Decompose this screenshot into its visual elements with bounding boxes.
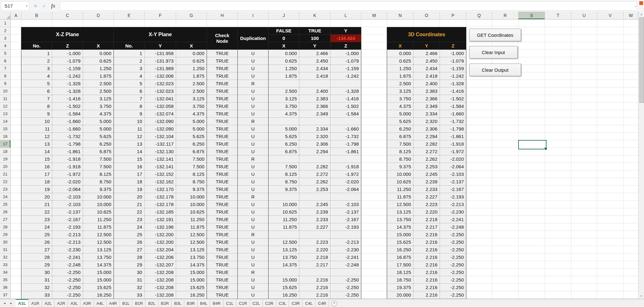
cell-H25[interactable]: TRUE [207, 201, 238, 208]
cell-W25[interactable] [624, 201, 638, 208]
cell-U9[interactable] [571, 80, 597, 87]
cell-E18[interactable]: 14 [114, 148, 145, 155]
cell-J12[interactable]: 3.750 [269, 103, 299, 110]
cell-P6[interactable]: -1.079 [440, 57, 466, 65]
cell-O33[interactable]: 2.216 [414, 261, 440, 269]
cell-H10[interactable]: TRUE [207, 87, 238, 95]
cell-M29[interactable] [361, 231, 387, 238]
cell-E34[interactable]: 30 [114, 269, 145, 276]
cell-L28[interactable]: -2.193 [330, 223, 361, 231]
cell-P16[interactable]: -1.861 [440, 133, 466, 140]
cell-C10[interactable]: -1.328 [52, 87, 83, 95]
cell-S37[interactable] [519, 291, 545, 299]
cell-L19[interactable] [330, 155, 361, 163]
cell-W26[interactable] [624, 208, 638, 216]
cell-K35[interactable]: 2.216 [299, 276, 330, 284]
cell-O31[interactable]: 2.216 [414, 246, 440, 254]
cell-T2[interactable] [545, 27, 571, 35]
sheet-tab-C4R[interactable]: C4R [315, 299, 329, 307]
cell-T29[interactable] [545, 231, 571, 238]
cell-D37[interactable]: 16.250 [83, 291, 114, 299]
cell-K5[interactable]: 2.466 [299, 50, 330, 57]
cell-S14[interactable] [519, 118, 545, 125]
cell-M11[interactable] [361, 95, 387, 103]
cell-N25[interactable]: 12.500 [387, 201, 414, 208]
cell-D13[interactable]: 4.375 [83, 110, 114, 118]
cell-D14[interactable]: 5.000 [83, 118, 114, 125]
coords-3d-title[interactable]: 3D Coordinates [387, 27, 466, 42]
sheet-tab-C1R[interactable]: C1R [236, 299, 250, 307]
cell-E17[interactable]: 13 [114, 140, 145, 148]
cell-O4[interactable]: Y [414, 42, 440, 50]
cell-L34[interactable] [330, 269, 361, 276]
cell-J37[interactable]: 16.250 [269, 291, 299, 299]
cell-K23[interactable]: 2.253 [299, 186, 330, 193]
cell-V10[interactable] [597, 87, 624, 95]
cell-J21[interactable]: 8.125 [269, 170, 299, 178]
cell-J19[interactable] [269, 155, 299, 163]
cell-A9[interactable] [11, 80, 21, 87]
cell-S3[interactable] [519, 35, 545, 42]
column-header-I[interactable]: I [238, 12, 269, 20]
cell-J6[interactable]: 0.625 [269, 57, 299, 65]
cell-T9[interactable] [545, 80, 571, 87]
row-header-34[interactable]: 34 [0, 269, 11, 276]
cell-F30[interactable]: -132.200 [145, 238, 176, 246]
cell-V16[interactable] [597, 133, 624, 140]
cell-S1[interactable] [519, 20, 545, 27]
cell-H34[interactable]: TRUE [207, 269, 238, 276]
cell-J13[interactable]: 4.375 [269, 110, 299, 118]
cell-E25[interactable]: 21 [114, 201, 145, 208]
cell-T27[interactable] [545, 216, 571, 223]
cell-G4[interactable]: X [176, 42, 207, 50]
cell-K6[interactable]: 2.450 [299, 57, 330, 65]
cell-V11[interactable] [597, 95, 624, 103]
cell-N36[interactable]: 19.375 [387, 284, 414, 291]
scroll-up-icon[interactable]: ▲ [639, 12, 644, 17]
cell-T35[interactable] [545, 276, 571, 284]
cell-Q32[interactable] [466, 254, 492, 261]
cell-K31[interactable]: 2.220 [299, 246, 330, 254]
cell-K8[interactable]: 2.418 [299, 72, 330, 80]
cell-F19[interactable]: -132.141 [145, 155, 176, 163]
row-header-35[interactable]: 35 [0, 276, 11, 284]
formula-bar-expand-icon[interactable]: ⌄ [634, 4, 637, 8]
cell-S30[interactable] [519, 238, 545, 246]
row-header-37[interactable]: 37 [0, 291, 11, 299]
column-header-L[interactable]: L [330, 12, 361, 20]
cell-Q24[interactable] [466, 193, 492, 201]
row-header-8[interactable]: 8 [0, 72, 11, 80]
param-header-2[interactable]: TRUE [299, 27, 330, 35]
cell-J33[interactable]: 14.375 [269, 261, 299, 269]
cell-C19[interactable]: -1.918 [52, 155, 83, 163]
cell-U1[interactable] [571, 20, 597, 27]
cell-P33[interactable]: -2.250 [440, 261, 466, 269]
cell-J34[interactable] [269, 269, 299, 276]
cell-M30[interactable] [361, 238, 387, 246]
cell-D23[interactable]: 9.375 [83, 186, 114, 193]
cell-A3[interactable] [11, 35, 21, 42]
cell-F33[interactable]: -132.207 [145, 261, 176, 269]
cell-V29[interactable] [597, 231, 624, 238]
cell-P1[interactable] [440, 20, 466, 27]
cell-B37[interactable]: 33 [21, 291, 52, 299]
cell-T8[interactable] [545, 72, 571, 80]
cell-E11[interactable]: 7 [114, 95, 145, 103]
cell-O35[interactable]: 2.216 [414, 276, 440, 284]
cell-I37[interactable]: U [238, 291, 269, 299]
cell-V3[interactable] [597, 35, 624, 42]
cell-G24[interactable]: 10.000 [176, 193, 207, 201]
sheet-tab-C2R[interactable]: C2R [263, 299, 276, 307]
cell-Q36[interactable] [466, 284, 492, 291]
cell-C15[interactable]: -1.660 [52, 125, 83, 133]
cell-A1[interactable] [11, 20, 21, 27]
cell-K32[interactable]: 2.218 [299, 254, 330, 261]
cell-M4[interactable] [361, 42, 387, 50]
cell-B19[interactable]: 15 [21, 155, 52, 163]
cell-W35[interactable] [624, 276, 638, 284]
cell-F8[interactable]: -132.006 [145, 72, 176, 80]
cell-K17[interactable]: 2.306 [299, 140, 330, 148]
cell-H33[interactable]: TRUE [207, 261, 238, 269]
cell-E37[interactable]: 33 [114, 291, 145, 299]
cell-A20[interactable] [11, 163, 21, 170]
